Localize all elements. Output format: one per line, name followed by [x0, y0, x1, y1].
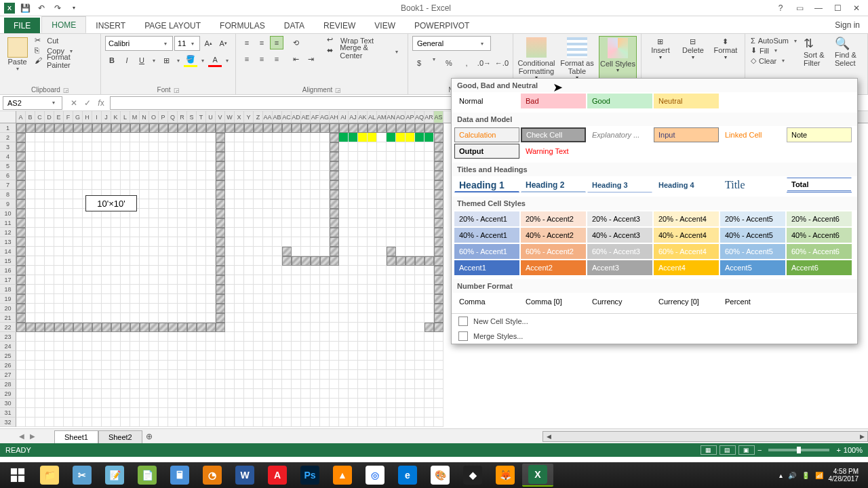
- cell[interactable]: [64, 332, 73, 342]
- cell[interactable]: [330, 218, 339, 228]
- cell[interactable]: [206, 180, 216, 190]
- cell[interactable]: [225, 237, 235, 247]
- cell[interactable]: [26, 351, 35, 361]
- cell[interactable]: [339, 171, 349, 180]
- cell[interactable]: [149, 247, 159, 256]
- cell[interactable]: [225, 247, 235, 256]
- cell[interactable]: [244, 218, 254, 228]
- cell[interactable]: [225, 323, 235, 332]
- cell[interactable]: [415, 342, 425, 351]
- cell[interactable]: [121, 304, 130, 313]
- cell[interactable]: [54, 332, 64, 342]
- cell[interactable]: [406, 351, 415, 361]
- cell[interactable]: [311, 180, 320, 190]
- cell[interactable]: [111, 370, 121, 380]
- cell[interactable]: [273, 389, 282, 399]
- cell[interactable]: [320, 237, 330, 247]
- cell[interactable]: [121, 332, 130, 342]
- cell[interactable]: [111, 218, 121, 228]
- cell[interactable]: [263, 171, 273, 180]
- cell[interactable]: [26, 399, 35, 408]
- cell[interactable]: [140, 142, 149, 152]
- cell[interactable]: [16, 180, 26, 190]
- cell[interactable]: [26, 418, 35, 427]
- cell[interactable]: [339, 294, 349, 304]
- cell[interactable]: [349, 256, 358, 266]
- cell[interactable]: [140, 351, 149, 361]
- cell[interactable]: [130, 370, 140, 380]
- tab-data[interactable]: DATA: [275, 18, 314, 33]
- cell[interactable]: [358, 285, 368, 294]
- cell[interactable]: [64, 294, 73, 304]
- cell[interactable]: [377, 266, 387, 275]
- row-header[interactable]: 26: [0, 361, 16, 370]
- cell[interactable]: [73, 304, 83, 313]
- cell[interactable]: [225, 171, 235, 180]
- cell[interactable]: [187, 408, 197, 418]
- cell[interactable]: [396, 342, 406, 351]
- cell[interactable]: [263, 332, 273, 342]
- cell[interactable]: [187, 199, 197, 209]
- cell[interactable]: [320, 228, 330, 237]
- row-header[interactable]: 22: [0, 323, 16, 332]
- cell[interactable]: [73, 209, 83, 218]
- cell[interactable]: [111, 133, 121, 142]
- cell[interactable]: [26, 190, 35, 199]
- cell[interactable]: [206, 399, 216, 408]
- cell[interactable]: [358, 389, 368, 399]
- cell[interactable]: [311, 370, 320, 380]
- cell[interactable]: [16, 237, 26, 247]
- cell[interactable]: [339, 152, 349, 161]
- cell[interactable]: [54, 209, 64, 218]
- cell[interactable]: [111, 180, 121, 190]
- cell[interactable]: [35, 171, 45, 180]
- cell[interactable]: [121, 323, 130, 332]
- enter-fx-icon[interactable]: ✓: [81, 97, 94, 109]
- cell[interactable]: [330, 408, 339, 418]
- cell[interactable]: [330, 171, 339, 180]
- cell[interactable]: [273, 171, 282, 180]
- cell[interactable]: [273, 380, 282, 389]
- cell[interactable]: [273, 142, 282, 152]
- cell[interactable]: [273, 275, 282, 285]
- cell[interactable]: [282, 256, 292, 266]
- cell[interactable]: [149, 313, 159, 323]
- cell[interactable]: [425, 199, 434, 209]
- row-header[interactable]: 27: [0, 370, 16, 380]
- cell[interactable]: [339, 408, 349, 418]
- cell[interactable]: [54, 228, 64, 237]
- cell[interactable]: [130, 380, 140, 389]
- cell[interactable]: [406, 332, 415, 342]
- cell[interactable]: [263, 408, 273, 418]
- cell[interactable]: [111, 152, 121, 161]
- underline-button[interactable]: U: [135, 54, 149, 67]
- cell[interactable]: [83, 266, 92, 275]
- cell[interactable]: [434, 209, 443, 218]
- style-title[interactable]: Title: [720, 178, 785, 192]
- cell[interactable]: [102, 247, 111, 256]
- cell[interactable]: [244, 161, 254, 171]
- cell[interactable]: [92, 123, 102, 133]
- cell[interactable]: [368, 171, 377, 180]
- col-header[interactable]: O: [149, 111, 159, 123]
- select-all-corner[interactable]: [0, 111, 16, 123]
- cell[interactable]: [121, 237, 130, 247]
- cell[interactable]: [102, 323, 111, 332]
- cell[interactable]: [187, 266, 197, 275]
- cell[interactable]: [396, 380, 406, 389]
- cell[interactable]: [26, 180, 35, 190]
- cell[interactable]: [396, 123, 406, 133]
- cell[interactable]: [102, 351, 111, 361]
- cell[interactable]: [225, 218, 235, 228]
- cell[interactable]: [54, 418, 64, 427]
- cell[interactable]: [45, 342, 54, 351]
- cell[interactable]: [235, 323, 244, 332]
- cell[interactable]: [330, 399, 339, 408]
- cell[interactable]: [187, 218, 197, 228]
- cell[interactable]: [140, 199, 149, 209]
- cell[interactable]: [16, 408, 26, 418]
- cell[interactable]: [292, 133, 301, 142]
- cell[interactable]: [26, 342, 35, 351]
- cell[interactable]: [35, 370, 45, 380]
- cell[interactable]: [197, 180, 206, 190]
